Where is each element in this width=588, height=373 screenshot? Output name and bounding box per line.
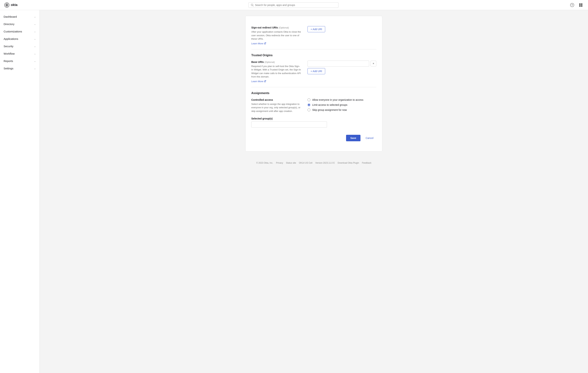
signout-label-col: Sign-out redirect URIs (Optional) After …	[251, 26, 302, 45]
base-uri-row: ×	[307, 61, 376, 67]
signout-description: After your application contacts Okta to …	[251, 30, 302, 41]
chevron-down-icon: ⌄	[34, 23, 36, 25]
search-input-wrapper[interactable]	[248, 2, 338, 8]
help-icon[interactable]: ?	[569, 2, 575, 8]
sidebar-item-label: Applications	[4, 37, 18, 40]
access-radio-group: Allow everyone in your organization to a…	[307, 98, 376, 111]
base-uri-input[interactable]	[307, 61, 369, 67]
radio-limit-access-label: Limit access to selected groups	[312, 103, 347, 106]
footer-version: Version 2023.11.0 E	[315, 162, 335, 164]
trusted-origins-learn-more-link[interactable]: Learn More	[251, 80, 266, 83]
selected-groups-label: Selected group(s)	[251, 117, 376, 120]
svg-point-1	[6, 4, 7, 6]
selected-groups-row: Selected group(s)	[251, 117, 376, 128]
okta-logo-text: okta	[11, 3, 18, 7]
radio-allow-everyone-input[interactable]	[307, 98, 310, 101]
grid-icon[interactable]	[578, 2, 584, 8]
signout-input-col: + Add URI	[307, 26, 376, 32]
svg-rect-10	[579, 5, 581, 7]
sidebar-item-label: Reports	[4, 59, 13, 63]
base-uris-label: Base URIs (Optional)	[251, 61, 302, 64]
radio-skip-assignment[interactable]: Skip group assignment for now	[307, 108, 376, 111]
sidebar-item-label: Dashboard	[4, 15, 17, 18]
radio-skip-assignment-input[interactable]	[307, 108, 310, 111]
trusted-origins-add-uri-button[interactable]: + Add URI	[307, 68, 325, 74]
search-input[interactable]	[255, 4, 336, 7]
footer-status[interactable]: Status site	[286, 162, 296, 164]
sidebar-item-label: Workflow	[4, 52, 15, 55]
footer-copyright: © 2023 Okta, Inc.	[256, 162, 273, 164]
sidebar-item-reports[interactable]: Reports ⌄	[0, 57, 40, 65]
base-uris-optional: (Optional)	[264, 61, 275, 64]
chevron-down-icon: ⌄	[34, 30, 36, 33]
selected-groups-input[interactable]	[251, 121, 327, 128]
svg-text:?: ?	[571, 4, 573, 7]
chevron-down-icon: ⌄	[34, 15, 36, 18]
svg-line-5	[253, 6, 253, 6]
base-uris-description: Required if you plan to self-host the Ok…	[251, 64, 302, 79]
footer-feedback[interactable]: Feedback	[362, 162, 371, 164]
form-actions: Save Cancel	[251, 132, 376, 141]
sidebar-item-directory[interactable]: Directory ⌄	[0, 20, 40, 28]
sidebar-item-label: Security	[4, 45, 13, 48]
header-right: ?	[569, 2, 584, 8]
assignments-title: Assignments	[251, 92, 376, 95]
base-uri-remove-button[interactable]: ×	[371, 61, 376, 66]
chevron-down-icon: ⌄	[34, 60, 36, 62]
signout-learn-more-link[interactable]: Learn More	[251, 42, 266, 45]
controlled-access-label-col: Controlled access Select whether to assi…	[251, 98, 302, 113]
radio-group-col: Allow everyone in your organization to a…	[307, 98, 376, 111]
controlled-access-description: Select whether to assign the app integra…	[251, 102, 302, 113]
sidebar-item-settings[interactable]: Settings ⌄	[0, 65, 40, 72]
radio-allow-everyone[interactable]: Allow everyone in your organization to a…	[307, 98, 376, 101]
sidebar-item-security[interactable]: Security ⌄	[0, 43, 40, 50]
radio-skip-assignment-label: Skip group assignment for now	[312, 108, 347, 111]
svg-rect-8	[579, 3, 581, 5]
base-uris-input-col: × + Add URI	[307, 61, 376, 74]
signout-add-uri-button[interactable]: + Add URI	[307, 26, 325, 32]
sidebar-item-label: Customizations	[4, 30, 22, 33]
footer-download[interactable]: Download Okta Plugin	[338, 162, 359, 164]
signout-optional: (Optional)	[279, 26, 289, 29]
cancel-button[interactable]: Cancel	[363, 135, 376, 141]
radio-limit-access-input[interactable]	[307, 103, 310, 106]
footer-privacy[interactable]: Privacy	[276, 162, 283, 164]
base-uris-label-col: Base URIs (Optional) Required if you pla…	[251, 61, 302, 83]
controlled-access-label: Controlled access	[251, 98, 302, 101]
search-bar	[248, 2, 338, 8]
assignments-section: Assignments Controlled access Select whe…	[251, 87, 376, 146]
radio-limit-access[interactable]: Limit access to selected groups	[307, 103, 376, 106]
search-icon	[251, 4, 254, 7]
trusted-origins-section: Trusted Origins Base URIs (Optional) Req…	[251, 49, 376, 87]
sidebar-item-dashboard[interactable]: Dashboard ⌄	[0, 13, 40, 20]
external-link-icon	[264, 80, 266, 82]
radio-allow-everyone-label: Allow everyone in your organization to a…	[312, 98, 363, 101]
external-link-icon	[264, 42, 266, 44]
header-left: okta	[4, 2, 18, 8]
sidebar-item-label: Directory	[4, 22, 14, 26]
signout-label: Sign-out redirect URIs (Optional)	[251, 26, 302, 29]
chevron-down-icon: ⌄	[34, 53, 36, 55]
main-content: Sign-out redirect URIs (Optional) After …	[40, 10, 588, 373]
svg-rect-11	[581, 5, 582, 7]
trusted-origins-title: Trusted Origins	[251, 54, 376, 57]
sidebar-item-workflow[interactable]: Workflow ⌄	[0, 50, 40, 57]
signout-field-row: Sign-out redirect URIs (Optional) After …	[251, 26, 376, 45]
okta-logo[interactable]: okta	[4, 2, 18, 8]
chevron-down-icon: ⌄	[34, 45, 36, 48]
base-uris-field-row: Base URIs (Optional) Required if you pla…	[251, 61, 376, 83]
footer-cell[interactable]: OK14 US Cell	[299, 162, 312, 164]
header: okta ?	[0, 0, 588, 10]
sidebar-item-applications[interactable]: Applications ⌄	[0, 35, 40, 43]
footer: © 2023 Okta, Inc. Privacy Status site OK…	[48, 157, 579, 167]
sidebar-item-customizations[interactable]: Customizations ⌄	[0, 28, 40, 35]
okta-logo-icon	[4, 2, 9, 8]
app-layout: Dashboard ⌄ Directory ⌄ Customizations ⌄…	[0, 10, 588, 373]
chevron-down-icon: ⌄	[34, 67, 36, 70]
signout-redirect-section: Sign-out redirect URIs (Optional) After …	[251, 22, 376, 49]
controlled-access-row: Controlled access Select whether to assi…	[251, 98, 376, 113]
form-card: Sign-out redirect URIs (Optional) After …	[245, 16, 382, 151]
save-button[interactable]: Save	[346, 135, 361, 141]
svg-rect-9	[581, 3, 582, 5]
sidebar: Dashboard ⌄ Directory ⌄ Customizations ⌄…	[0, 10, 40, 373]
